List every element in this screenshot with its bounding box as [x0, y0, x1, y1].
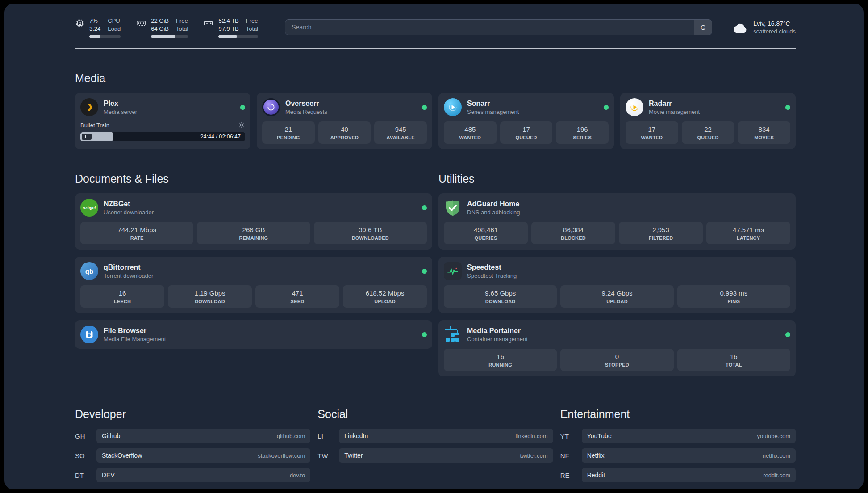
- search-input[interactable]: [285, 20, 694, 35]
- stat-value: 9.65 Gbps: [446, 289, 555, 297]
- bookmark-abbr: DT: [75, 472, 96, 479]
- disk-free-value: 52.4 TB: [218, 17, 238, 25]
- stat-tile: 17 WANTED: [626, 121, 678, 144]
- bookmark-link-youtube[interactable]: YouTube youtube.com: [582, 429, 796, 443]
- bookmark-link-linkedin[interactable]: LinkedIn linkedin.com: [339, 429, 553, 443]
- bookmark-abbr: LI: [317, 432, 339, 440]
- nzbget-card-link[interactable]: nzbget NZBGet Usenet downloader: [80, 199, 427, 217]
- radarr-card-link[interactable]: Radarr Movie management: [626, 98, 790, 116]
- utilities-column: Utilities AdGuard Home: [438, 149, 796, 384]
- bookmark-name: Github: [102, 432, 120, 439]
- adguard-card-link[interactable]: AdGuard Home DNS and adblocking: [444, 199, 790, 217]
- stat-value: 0.993 ms: [679, 289, 789, 297]
- status-dot: [422, 105, 427, 110]
- stat-label: PING: [679, 299, 789, 304]
- documents-column: Documents & Files nzbget NZBGet Usenet d…: [75, 149, 432, 384]
- stat-value: 16: [446, 353, 555, 360]
- ram-free-value: 22 GiB: [151, 17, 169, 25]
- stat-label: SERIES: [558, 135, 607, 140]
- stat-value: 17: [502, 125, 551, 133]
- pause-icon[interactable]: [82, 134, 92, 140]
- stat-tile: 17 QUEUED: [500, 121, 553, 144]
- bookmark-row: TW Twitter twitter.com: [317, 448, 553, 463]
- stat-tile: 266 GB REMAINING: [197, 222, 310, 244]
- bookmark-row: YT YouTube youtube.com: [560, 429, 796, 443]
- stat-value: 22: [684, 125, 733, 133]
- disk-free-label: Free: [246, 17, 258, 25]
- stat-label: WANTED: [446, 135, 495, 140]
- cpu-label: CPU: [108, 17, 121, 25]
- status-dot: [240, 105, 245, 110]
- stat-tile: 16 LEECH: [80, 285, 164, 308]
- search-engine-button[interactable]: G: [694, 20, 712, 35]
- stat-tile: 196 SERIES: [556, 121, 609, 144]
- playback-progress-bar[interactable]: 24:44 / 02:06:47: [80, 132, 245, 141]
- bookmark-name: DEV: [102, 472, 115, 479]
- status-dot: [785, 332, 790, 337]
- stat-label: PENDING: [264, 135, 313, 140]
- qbittorrent-card-link[interactable]: qb qBittorrent Torrent downloader: [80, 262, 427, 280]
- portainer-card-link[interactable]: Media Portainer Container management: [444, 326, 790, 343]
- stat-tile: 834 MOVIES: [738, 121, 790, 144]
- status-dot: [422, 205, 427, 210]
- stat-tile: 945 AVAILABLE: [374, 121, 427, 144]
- bookmark-url: youtube.com: [757, 433, 790, 439]
- stat-label: TOTAL: [679, 362, 789, 368]
- stat-label: UPLOAD: [345, 299, 425, 304]
- bookmark-link-twitter[interactable]: Twitter twitter.com: [339, 448, 553, 463]
- bookmark-url: netflix.com: [763, 452, 790, 459]
- bookmark-name: LinkedIn: [344, 432, 368, 439]
- bookmark-link-stackoverflow[interactable]: StackOverflow stackoverflow.com: [96, 448, 310, 463]
- filebrowser-card-link[interactable]: File Browser Media File Management: [80, 326, 427, 343]
- stat-value: 834: [739, 125, 789, 133]
- stat-value: 498,461: [446, 226, 526, 234]
- stat-value: 1.19 Gbps: [170, 289, 250, 297]
- bookmark-row: GH Github github.com: [75, 429, 310, 443]
- disk-resource: 52.4 TB 97.9 TB Free Total: [203, 17, 258, 38]
- adguard-card: AdGuard Home DNS and adblocking 498,461 …: [438, 193, 796, 250]
- gear-icon[interactable]: [238, 121, 245, 129]
- stat-label: REMAINING: [199, 235, 308, 241]
- section-title-utilities: Utilities: [438, 172, 796, 185]
- ram-resource: 22 GiB 64 GiB Free Total: [136, 17, 188, 38]
- bookmark-link-dev[interactable]: DEV dev.to: [96, 468, 310, 482]
- overseerr-card: Overseerr Media Requests 21 PENDING 40 A…: [257, 93, 432, 149]
- weather-location: Lviv, 16.87°C: [753, 20, 796, 27]
- stat-value: 266 GB: [199, 226, 308, 234]
- stat-value: 485: [446, 125, 495, 133]
- bookmark-link-reddit[interactable]: Reddit reddit.com: [582, 468, 796, 482]
- disk-progress-bar: [218, 35, 258, 38]
- overseerr-card-link[interactable]: Overseerr Media Requests: [262, 98, 427, 116]
- ram-total-value: 64 GiB: [151, 25, 169, 33]
- service-desc: Media server: [104, 109, 137, 115]
- bookmark-link-github[interactable]: Github github.com: [96, 429, 310, 443]
- bookmark-url: reddit.com: [763, 472, 790, 479]
- sonarr-card-link[interactable]: Sonarr Series management: [444, 98, 609, 116]
- cpu-resource: 7% 3.24 CPU Load: [75, 17, 121, 38]
- service-desc: Media Requests: [285, 109, 327, 115]
- filebrowser-icon: [80, 326, 98, 343]
- bookmark-url: github.com: [277, 433, 305, 439]
- cpu-chip-icon: [75, 18, 85, 28]
- plex-card-link[interactable]: Plex Media server: [80, 98, 245, 116]
- section-title-entertainment: Entertainment: [560, 408, 796, 421]
- speedtest-card: Speedtest Speedtest Tracking 9.65 Gbps D…: [438, 257, 796, 313]
- bookmarks-grid: Developer GH Github github.com SO StackO…: [75, 388, 796, 488]
- section-title-developer: Developer: [75, 408, 310, 421]
- section-title-social: Social: [317, 408, 553, 421]
- stat-value: 16: [82, 289, 163, 297]
- speedtest-card-link[interactable]: Speedtest Speedtest Tracking: [444, 262, 790, 280]
- stat-value: 40: [320, 125, 369, 133]
- stat-value: 21: [264, 125, 313, 133]
- cpu-progress-fill: [89, 35, 100, 38]
- ram-free-label: Free: [176, 17, 188, 25]
- service-desc: Speedtest Tracking: [467, 272, 517, 279]
- status-dot: [422, 332, 427, 337]
- ram-stick-icon: [136, 18, 146, 28]
- bookmark-name: YouTube: [587, 432, 612, 439]
- stat-label: RUNNING: [446, 362, 555, 368]
- bookmark-link-netflix[interactable]: Netflix netflix.com: [582, 448, 796, 463]
- service-desc: Movie management: [649, 109, 700, 115]
- stat-value: 16: [679, 353, 789, 360]
- bookmark-row: LI LinkedIn linkedin.com: [317, 429, 553, 443]
